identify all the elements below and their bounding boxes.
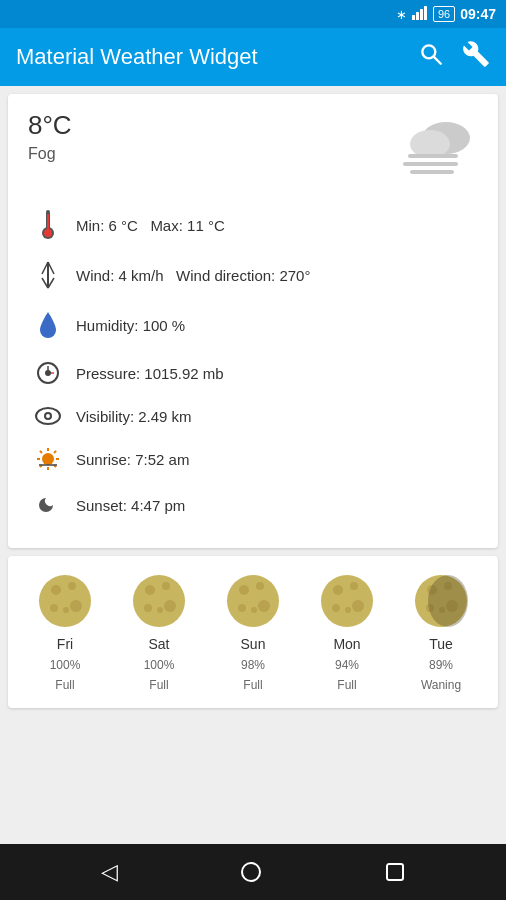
bottom-nav: ◁ bbox=[0, 844, 506, 900]
svg-point-55 bbox=[321, 575, 373, 627]
moon-phase-label: Full bbox=[337, 678, 356, 692]
svg-point-40 bbox=[70, 600, 82, 612]
svg-point-59 bbox=[332, 604, 340, 612]
signal-icon bbox=[412, 6, 428, 23]
app-title: Material Weather Widget bbox=[16, 44, 418, 70]
sunrise-text: Sunrise: 7:52 am bbox=[76, 451, 189, 468]
moon-day-label: Mon bbox=[333, 636, 360, 652]
svg-point-44 bbox=[145, 585, 155, 595]
pressure-text: Pressure: 1015.92 mb bbox=[76, 365, 224, 382]
sunset-row: Sunset: 4:47 pm bbox=[28, 482, 478, 528]
current-temperature: 8°C bbox=[28, 110, 72, 141]
moon-pct-label: 100% bbox=[144, 658, 175, 672]
moon-day-label: Sun bbox=[241, 636, 266, 652]
sunrise-icon bbox=[28, 446, 68, 472]
recent-button[interactable] bbox=[385, 862, 405, 882]
visibility-icon bbox=[28, 406, 68, 426]
svg-rect-2 bbox=[420, 9, 423, 20]
moon-phase-label: Full bbox=[55, 678, 74, 692]
svg-rect-1 bbox=[416, 12, 419, 20]
back-button[interactable]: ◁ bbox=[101, 859, 118, 885]
main-content: 8°C Fog bbox=[0, 86, 506, 844]
weather-temp-section: 8°C Fog bbox=[28, 110, 72, 163]
temperature-range-text: Min: 6 °C Max: 11 °C bbox=[76, 217, 225, 234]
weather-condition: Fog bbox=[28, 145, 72, 163]
svg-point-51 bbox=[256, 582, 264, 590]
svg-point-7 bbox=[410, 130, 450, 158]
svg-point-58 bbox=[352, 600, 364, 612]
sunrise-row: Sunrise: 7:52 am bbox=[28, 436, 478, 482]
svg-point-60 bbox=[345, 607, 351, 613]
moon-phase-label: Full bbox=[149, 678, 168, 692]
moon-day-item: Sat100%Full bbox=[119, 572, 199, 692]
status-icons: ∗ 96 09:47 bbox=[396, 6, 496, 23]
moon-day-label: Sat bbox=[148, 636, 169, 652]
bluetooth-icon: ∗ bbox=[396, 7, 407, 22]
svg-point-56 bbox=[333, 585, 343, 595]
pressure-icon bbox=[28, 360, 68, 386]
wind-icon bbox=[28, 260, 68, 290]
sunset-text: Sunset: 4:47 pm bbox=[76, 497, 185, 514]
svg-point-27 bbox=[42, 453, 54, 465]
visibility-text: Visibility: 2.49 km bbox=[76, 408, 192, 425]
pressure-row: Pressure: 1015.92 mb bbox=[28, 350, 478, 396]
svg-point-68 bbox=[242, 863, 260, 881]
svg-rect-9 bbox=[403, 162, 458, 166]
humidity-text: Humidity: 100 % bbox=[76, 317, 185, 334]
thermometer-icon bbox=[28, 210, 68, 240]
moon-day-label: Fri bbox=[57, 636, 73, 652]
svg-point-14 bbox=[44, 229, 52, 237]
moon-pct-label: 98% bbox=[241, 658, 265, 672]
moon-day-item: Tue89%Waning bbox=[401, 572, 481, 692]
humidity-icon bbox=[28, 310, 68, 340]
svg-point-43 bbox=[133, 575, 185, 627]
humidity-row: Humidity: 100 % bbox=[28, 300, 478, 350]
status-bar: ∗ 96 09:47 bbox=[0, 0, 506, 28]
moon-phases-card: Fri100%FullSat100%FullSun98%FullMon94%Fu… bbox=[8, 556, 498, 708]
search-button[interactable] bbox=[418, 41, 444, 74]
svg-point-46 bbox=[164, 600, 176, 612]
moon-pct-label: 89% bbox=[429, 658, 453, 672]
moon-phase-label: Full bbox=[243, 678, 262, 692]
toolbar: Material Weather Widget bbox=[0, 28, 506, 86]
moon-pct-label: 100% bbox=[50, 658, 81, 672]
moon-pct-label: 94% bbox=[335, 658, 359, 672]
weather-card: 8°C Fog bbox=[8, 94, 498, 548]
svg-point-37 bbox=[39, 575, 91, 627]
svg-point-38 bbox=[51, 585, 61, 595]
wind-row: Wind: 4 km/h Wind direction: 270° bbox=[28, 250, 478, 300]
svg-point-48 bbox=[157, 607, 163, 613]
svg-rect-69 bbox=[387, 864, 403, 880]
svg-point-42 bbox=[63, 607, 69, 613]
weather-header: 8°C Fog bbox=[28, 110, 478, 180]
svg-line-35 bbox=[54, 451, 56, 453]
svg-point-26 bbox=[46, 414, 50, 418]
svg-rect-3 bbox=[424, 6, 427, 20]
svg-point-41 bbox=[50, 604, 58, 612]
status-time: 09:47 bbox=[460, 6, 496, 22]
svg-point-52 bbox=[258, 600, 270, 612]
svg-rect-10 bbox=[410, 170, 454, 174]
svg-point-45 bbox=[162, 582, 170, 590]
svg-point-67 bbox=[428, 575, 468, 627]
moon-day-item: Fri100%Full bbox=[25, 572, 105, 692]
moon-day-label: Tue bbox=[429, 636, 453, 652]
wind-text: Wind: 4 km/h Wind direction: 270° bbox=[76, 267, 310, 284]
visibility-row: Visibility: 2.49 km bbox=[28, 396, 478, 436]
svg-rect-13 bbox=[47, 214, 49, 231]
svg-line-32 bbox=[40, 451, 42, 453]
toolbar-actions bbox=[418, 40, 490, 75]
svg-rect-8 bbox=[408, 154, 458, 158]
moon-phase-label: Waning bbox=[421, 678, 461, 692]
svg-point-47 bbox=[144, 604, 152, 612]
svg-point-39 bbox=[68, 582, 76, 590]
battery-icon: 96 bbox=[433, 6, 455, 22]
weather-icon-area bbox=[388, 110, 478, 180]
svg-point-54 bbox=[251, 607, 257, 613]
svg-point-49 bbox=[227, 575, 279, 627]
fog-weather-icon bbox=[388, 110, 478, 180]
home-button[interactable] bbox=[240, 861, 262, 883]
settings-button[interactable] bbox=[462, 40, 490, 75]
svg-point-53 bbox=[238, 604, 246, 612]
temperature-range-row: Min: 6 °C Max: 11 °C bbox=[28, 200, 478, 250]
